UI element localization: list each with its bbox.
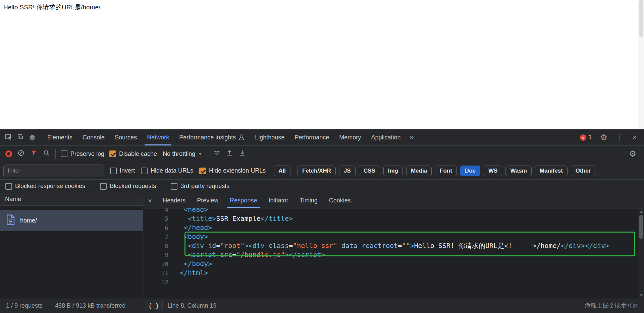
network-filter-bar: Invert Hide data URLs Hide extension URL… [0,162,644,180]
code-lines: 4 <head>5 <title>SSR Example</title>6 </… [143,208,644,287]
code-token: > [410,242,414,250]
detail-tab-headers[interactable]: Headers [157,193,191,208]
checkbox[interactable] [199,168,206,174]
filter-chip-other[interactable]: Other [571,166,595,176]
tab-performance[interactable]: Performance [289,129,334,145]
gear-icon: ⚙ [600,133,607,141]
line-number: 12 [143,277,175,287]
code-line: 8 <div id="root"><div class="hello-ssr" … [143,241,644,250]
search-button[interactable] [43,149,50,159]
hide-extension-urls-checkbox[interactable]: Hide extension URLs [199,167,266,174]
code-token [265,242,269,250]
option-blocked-response-cookies[interactable]: Blocked response cookies [5,183,85,190]
error-count: 1 [589,134,592,141]
filter-chip-all[interactable]: All [274,166,290,176]
tab-application[interactable]: Application [366,129,406,145]
page-scrollbar[interactable] [638,0,644,129]
inspect-element-button[interactable] [2,131,14,143]
filter-chip-manifest[interactable]: Manifest [535,166,568,176]
code-line: 11</html> [143,268,644,277]
detail-tab-initiator[interactable]: Initiator [263,193,294,208]
request-row-home[interactable]: home/ [0,210,143,231]
code-token: id [208,242,216,250]
export-har-button[interactable] [238,149,246,159]
code-token: <body> [184,233,208,241]
detail-tab-response[interactable]: Response [224,193,263,208]
checkbox[interactable] [61,150,67,157]
filter-chip-font[interactable]: Font [435,166,457,176]
error-badge[interactable]: × 1 [577,134,594,141]
network-conditions-button[interactable] [213,149,221,159]
scroll-down-icon[interactable]: ▼ [640,292,642,298]
tab-network[interactable]: Network [142,129,174,145]
page-scrollbar-thumb[interactable] [639,0,643,37]
detail-tab-cookies[interactable]: Cookies [323,193,357,208]
code-content: </body> [175,259,212,268]
line-number: 10 [143,259,175,268]
filter-chip-doc[interactable]: Doc [460,166,480,176]
name-column-header[interactable]: Name [0,193,143,206]
device-toolbar-button[interactable] [14,131,26,143]
invert-checkbox[interactable]: Invert [110,167,135,174]
close-devtools-button[interactable]: × [629,131,641,143]
hide-data-urls-checkbox[interactable]: Hide data URLs [141,167,193,174]
code-token: = [289,242,293,250]
disable-cache-checkbox[interactable]: Disable cache [109,150,157,158]
status-bar: 1 / 9 requests 488 B / 913 kB transferre… [0,298,644,313]
document-icon [5,214,15,227]
checkbox[interactable] [171,183,177,190]
detail-tab-preview[interactable]: Preview [191,193,224,208]
option-3rd-party-requests[interactable]: 3rd-party requests [171,183,229,190]
filter-chip-ws[interactable]: WS [484,166,502,176]
preserve-log-checkbox[interactable]: Preserve log [61,150,104,158]
more-tabs-button[interactable]: » [406,133,418,142]
tab-console[interactable]: Console [77,129,110,145]
clear-icon [17,149,25,159]
code-token: "" [402,242,410,250]
filter-chip-js[interactable]: JS [339,166,356,176]
record-button[interactable] [5,150,12,157]
code-content: <body> [175,232,208,241]
code-line: 7 <body> [143,232,644,241]
tab-elements[interactable]: Elements [42,129,77,145]
tab-label: Memory [339,134,361,141]
code-token [337,242,341,250]
line-number: 5 [143,214,175,223]
checkbox[interactable] [100,183,107,190]
clear-button[interactable] [17,149,25,159]
filter-chip-css[interactable]: CSS [359,166,380,176]
response-source-viewer[interactable]: 4 <head>5 <title>SSR Example</title>6 </… [143,208,644,298]
network-settings-button[interactable]: ⚙ [627,148,639,160]
throttling-dropdown[interactable]: No throttling ▼ [162,150,203,158]
filter-toggle-button[interactable] [30,149,38,159]
tab-performance-insights[interactable]: Performance insights [174,129,250,145]
tab-lighthouse[interactable]: Lighthouse [250,129,289,145]
checkbox[interactable] [109,150,116,157]
scroll-up-icon[interactable]: ▲ [640,208,642,214]
option-blocked-requests[interactable]: Blocked requests [100,183,156,190]
filter-chip-wasm[interactable]: Wasm [505,166,531,176]
more-options-button[interactable]: ⋮ [613,131,625,143]
code-token: src [220,251,232,259]
settings-button[interactable]: ⚙ [598,131,610,143]
checkbox[interactable] [110,168,117,174]
pretty-print-button[interactable]: { } [145,301,163,311]
tab-sources[interactable]: Sources [110,129,142,145]
code-scrollbar[interactable]: ▲ ▼ [638,208,644,298]
requests-pane: Name home/ [0,193,143,298]
code-token: = [232,251,236,259]
close-detail-button[interactable]: × [143,197,157,205]
filter-chip-fetch-xhr[interactable]: Fetch/XHR [298,166,336,176]
filter-chip-media[interactable]: Media [406,166,432,176]
extension-cube-icon[interactable] [26,131,38,143]
scrollbar-thumb[interactable] [639,215,643,239]
detail-tab-timing[interactable]: Timing [294,193,323,208]
filter-input[interactable] [3,165,104,177]
network-toolbar: Preserve log Disable cache No throttling… [0,146,644,162]
checkbox[interactable] [5,183,12,190]
filter-chip-img[interactable]: Img [383,166,403,176]
tab-label: Elements [47,134,72,141]
checkbox[interactable] [141,168,148,174]
tab-memory[interactable]: Memory [334,129,366,145]
import-har-button[interactable] [226,149,233,159]
